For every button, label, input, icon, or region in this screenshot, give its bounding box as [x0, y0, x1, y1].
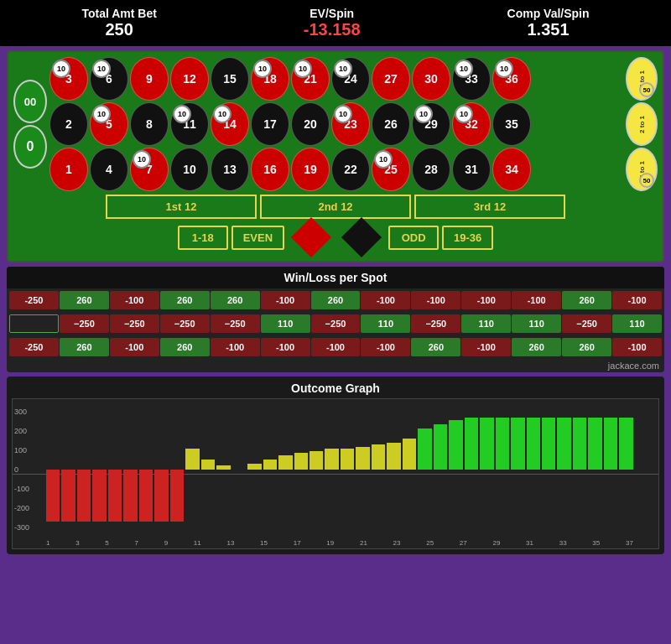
bar-wrapper-13 [247, 408, 261, 532]
bet-odd[interactable]: ODD [388, 226, 439, 250]
number-column-8: 2410231022 [331, 57, 370, 191]
chart-bar [619, 418, 632, 470]
double-zero[interactable]: 00 [13, 80, 47, 123]
wl-cell: -100 [512, 291, 561, 309]
table-main-grid: 00 0 31021610510498710121110101514101318… [13, 57, 658, 191]
single-zero[interactable]: 0 [13, 125, 47, 169]
number-cell-18[interactable]: 1810 [251, 57, 289, 101]
number-cell-21[interactable]: 2110 [291, 57, 330, 101]
number-cell-24[interactable]: 2410 [331, 57, 370, 101]
number-cell-36[interactable]: 3610 [492, 57, 531, 101]
bet-black[interactable] [338, 222, 385, 252]
bar-wrapper-9 [185, 408, 199, 532]
chart-bar [77, 470, 91, 522]
total-amt-bet-value: 250 [81, 20, 156, 39]
chart-bar [201, 460, 215, 470]
bar-wrapper-18 [325, 408, 338, 532]
number-cell-27[interactable]: 27 [372, 57, 410, 101]
bar-wrapper-32 [542, 408, 555, 532]
chart-bar [542, 418, 555, 470]
bar-wrapper-4 [108, 408, 122, 532]
bar-wrapper-12 [232, 408, 246, 532]
number-cell-9[interactable]: 9 [130, 57, 169, 101]
wl-cell: -100 [461, 291, 511, 309]
number-cell-6[interactable]: 610 [90, 57, 128, 101]
wl-cell: 260 [60, 338, 109, 356]
wl-cell: -100 [311, 338, 361, 356]
zero-section: 00 0 [13, 80, 47, 169]
number-cell-28[interactable]: 28 [412, 148, 450, 191]
number-cell-5[interactable]: 510 [90, 102, 128, 146]
number-cell-13[interactable]: 13 [211, 148, 249, 191]
bet-19-36[interactable]: 19-36 [442, 226, 493, 250]
number-cell-26[interactable]: 26 [372, 102, 410, 146]
second-dozen[interactable]: 2nd 12 [260, 195, 411, 219]
number-cell-11[interactable]: 1110 [170, 102, 209, 146]
wl-cell: 260 [160, 291, 210, 309]
bar-wrapper-6 [139, 408, 153, 532]
chart-bar [170, 470, 184, 522]
number-cell-23[interactable]: 2310 [331, 102, 370, 146]
number-cell-22[interactable]: 22 [331, 148, 370, 191]
wl-row-0: -250260-100260260-100260-100-100-100-100… [7, 288, 664, 312]
number-cell-17[interactable]: 17 [251, 102, 289, 146]
chip: 10 [92, 105, 111, 123]
col-bet-bot[interactable]: 2 to 1 50 [626, 148, 658, 191]
bar-wrapper-20 [356, 408, 369, 532]
number-cell-30[interactable]: 30 [412, 57, 450, 101]
number-cell-33[interactable]: 3310 [452, 57, 491, 101]
number-cell-4[interactable]: 4 [90, 148, 128, 191]
number-cell-8[interactable]: 8 [130, 102, 169, 146]
number-cell-15[interactable]: 15 [211, 57, 249, 101]
number-cell-14[interactable]: 1410 [211, 102, 249, 146]
number-cell-3[interactable]: 310 [49, 57, 88, 101]
chip: 10 [253, 60, 272, 78]
col-bet-mid[interactable]: 2 to 1 [626, 102, 658, 146]
wl-cell: −250 [411, 314, 460, 333]
bar-wrapper-21 [372, 408, 385, 532]
chart-bar [341, 449, 354, 470]
number-cell-35[interactable]: 35 [492, 102, 531, 146]
number-cell-12[interactable]: 12 [170, 57, 209, 101]
wl-cell: -250 [9, 291, 59, 309]
number-column-11: 3310321031 [452, 57, 491, 191]
wl-cell: 260 [311, 291, 361, 309]
chip: 10 [213, 105, 231, 123]
chart-bar [387, 443, 400, 470]
bet-red[interactable] [288, 222, 335, 252]
number-cell-32[interactable]: 3210 [452, 102, 491, 146]
chart-bar [527, 418, 540, 470]
bar-wrapper-30 [511, 408, 524, 532]
wl-cell: 260 [562, 291, 611, 309]
chart-bar [434, 424, 447, 470]
ev-spin-label: EV/Spin [304, 7, 361, 20]
number-cell-29[interactable]: 2910 [412, 102, 450, 146]
number-cell-10[interactable]: 10 [170, 148, 209, 191]
chip: 10 [294, 60, 312, 78]
number-cell-7[interactable]: 710 [130, 148, 169, 191]
chip: 10 [52, 60, 70, 78]
number-cell-2[interactable]: 2 [49, 102, 88, 146]
third-dozen[interactable]: 3rd 12 [414, 195, 565, 219]
number-cell-19[interactable]: 19 [291, 148, 330, 191]
bet-1-18[interactable]: 1-18 [178, 226, 228, 250]
outside-bets-row: 1-18 EVEN ODD 19-36 [13, 222, 658, 252]
chart-bar [92, 470, 106, 522]
number-cell-25[interactable]: 2510 [372, 148, 410, 191]
comp-val-value: 1.351 [507, 20, 590, 39]
x-labels: 1 3 5 7 9 11 13 15 17 19 21 23 25 27 29 … [46, 539, 633, 547]
wl-cell: −250 [562, 314, 611, 333]
col-bet-top[interactable]: 2 to 1 50 [626, 57, 658, 101]
bet-even[interactable]: EVEN [231, 226, 284, 250]
number-column-5: 15141013 [211, 57, 249, 191]
number-cell-1[interactable]: 1 [49, 148, 88, 191]
number-cell-34[interactable]: 34 [492, 148, 531, 191]
chart-bar [449, 420, 462, 470]
chart-bar [372, 444, 385, 470]
number-cell-16[interactable]: 16 [251, 148, 289, 191]
number-cell-20[interactable]: 20 [291, 102, 330, 146]
wl-cell: 260 [411, 338, 460, 356]
number-column-1: 31021 [49, 57, 88, 191]
number-cell-31[interactable]: 31 [452, 148, 491, 191]
first-dozen[interactable]: 1st 12 [106, 195, 257, 219]
